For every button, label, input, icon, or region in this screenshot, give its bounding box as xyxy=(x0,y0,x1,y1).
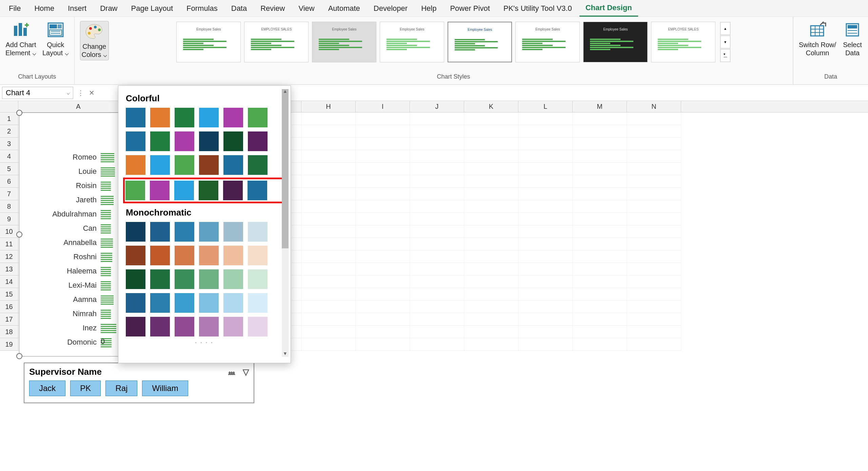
cell[interactable] xyxy=(301,138,356,150)
name-box[interactable]: Chart 4 ⌵ xyxy=(2,87,73,99)
menu-tab-insert[interactable]: Insert xyxy=(62,1,93,16)
cell[interactable] xyxy=(301,338,356,351)
row-header[interactable]: 18 xyxy=(0,326,18,338)
cell[interactable] xyxy=(356,188,410,200)
cell[interactable] xyxy=(573,275,627,288)
cell[interactable] xyxy=(627,313,681,326)
menu-tab-draw[interactable]: Draw xyxy=(94,1,123,16)
cell[interactable] xyxy=(627,288,681,301)
slicer-item[interactable]: Jack xyxy=(29,381,65,396)
cell[interactable] xyxy=(410,213,464,225)
cell[interactable] xyxy=(573,163,627,175)
cell[interactable] xyxy=(573,138,627,150)
cell[interactable] xyxy=(518,163,573,175)
row-header[interactable]: 2 xyxy=(0,125,18,138)
select-all-corner[interactable] xyxy=(0,101,18,112)
cell[interactable] xyxy=(627,200,681,213)
menu-tab-page-layout[interactable]: Page Layout xyxy=(125,1,179,16)
chart-bar[interactable] xyxy=(101,323,116,333)
color-swatch[interactable] xyxy=(199,293,219,313)
color-swatch[interactable] xyxy=(199,269,219,289)
menu-tab-developer[interactable]: Developer xyxy=(368,1,414,16)
cell[interactable] xyxy=(627,125,681,138)
color-swatch[interactable] xyxy=(150,246,170,265)
color-swatch[interactable] xyxy=(199,181,218,200)
color-palette-row[interactable] xyxy=(124,106,284,129)
slicer-clear-filter-icon[interactable]: ▽ xyxy=(243,367,249,377)
color-swatch[interactable] xyxy=(150,222,170,242)
scroll-up-icon[interactable]: ▲ xyxy=(282,88,289,95)
chart-style-thumb-4[interactable]: Employee Sales xyxy=(380,22,444,62)
cell[interactable] xyxy=(464,200,518,213)
color-swatch[interactable] xyxy=(248,269,268,289)
color-swatch[interactable] xyxy=(174,181,194,200)
cell[interactable] xyxy=(410,200,464,213)
row-header[interactable]: 13 xyxy=(0,263,18,275)
dropdown-scrollbar[interactable]: ▲ ▼ xyxy=(282,89,289,357)
cell[interactable] xyxy=(627,112,681,125)
cell[interactable] xyxy=(410,163,464,175)
cell[interactable] xyxy=(356,301,410,313)
cell[interactable] xyxy=(518,200,573,213)
cell[interactable] xyxy=(573,225,627,238)
color-swatch[interactable] xyxy=(126,317,145,336)
color-palette-row[interactable] xyxy=(124,244,284,267)
cell[interactable] xyxy=(301,163,356,175)
cell[interactable] xyxy=(464,263,518,275)
cell[interactable] xyxy=(410,125,464,138)
cell[interactable] xyxy=(518,125,573,138)
menu-tab-home[interactable]: Home xyxy=(28,1,60,16)
cell[interactable] xyxy=(573,250,627,263)
chart-style-up-button[interactable]: ▴ xyxy=(720,22,730,35)
cell[interactable] xyxy=(464,150,518,163)
scroll-down-icon[interactable]: ▼ xyxy=(282,351,289,357)
add-chart-element-button[interactable]: Add Chart Element ⌵ xyxy=(5,21,36,57)
chart-bar[interactable] xyxy=(101,152,114,162)
cell[interactable] xyxy=(573,288,627,301)
color-swatch[interactable] xyxy=(150,181,170,200)
column-header[interactable]: K xyxy=(464,101,518,112)
color-swatch[interactable] xyxy=(126,293,145,313)
menu-tab-formulas[interactable]: Formulas xyxy=(180,1,224,16)
color-swatch[interactable] xyxy=(223,317,243,336)
cell[interactable] xyxy=(301,288,356,301)
color-swatch[interactable] xyxy=(223,108,243,127)
column-header[interactable]: N xyxy=(627,101,681,112)
cell[interactable] xyxy=(410,250,464,263)
chart-bar[interactable] xyxy=(101,252,112,262)
cell[interactable] xyxy=(518,288,573,301)
color-swatch[interactable] xyxy=(199,108,219,127)
color-swatch[interactable] xyxy=(248,108,268,127)
cell[interactable] xyxy=(518,301,573,313)
cell[interactable] xyxy=(301,213,356,225)
cell[interactable] xyxy=(518,238,573,250)
color-swatch[interactable] xyxy=(126,131,145,151)
chart-bar[interactable] xyxy=(101,238,113,248)
color-swatch[interactable] xyxy=(175,246,194,265)
select-data-button[interactable]: Select Data xyxy=(842,21,863,57)
dropdown-resize-grip[interactable]: • • • • xyxy=(124,339,284,345)
slicer[interactable]: Supervisor Name ⅏ ▽ JackPKRajWilliam xyxy=(24,363,254,403)
cell[interactable] xyxy=(464,238,518,250)
cell[interactable] xyxy=(301,250,356,263)
cell[interactable] xyxy=(301,150,356,163)
color-swatch[interactable] xyxy=(248,222,268,242)
cell[interactable] xyxy=(627,138,681,150)
color-palette-row[interactable] xyxy=(123,178,286,203)
cell[interactable] xyxy=(464,175,518,188)
cell[interactable] xyxy=(627,275,681,288)
slicer-item[interactable]: Raj xyxy=(105,381,137,396)
cell[interactable] xyxy=(464,138,518,150)
cell[interactable] xyxy=(301,238,356,250)
cell[interactable] xyxy=(627,238,681,250)
cell[interactable] xyxy=(518,175,573,188)
color-swatch[interactable] xyxy=(223,246,243,265)
chart-style-more-button[interactable]: ▾— xyxy=(720,49,730,62)
cell[interactable] xyxy=(518,213,573,225)
color-swatch[interactable] xyxy=(223,222,243,242)
cell[interactable] xyxy=(410,288,464,301)
cell[interactable] xyxy=(356,125,410,138)
cell[interactable] xyxy=(356,326,410,338)
cell[interactable] xyxy=(410,112,464,125)
cell[interactable] xyxy=(464,112,518,125)
